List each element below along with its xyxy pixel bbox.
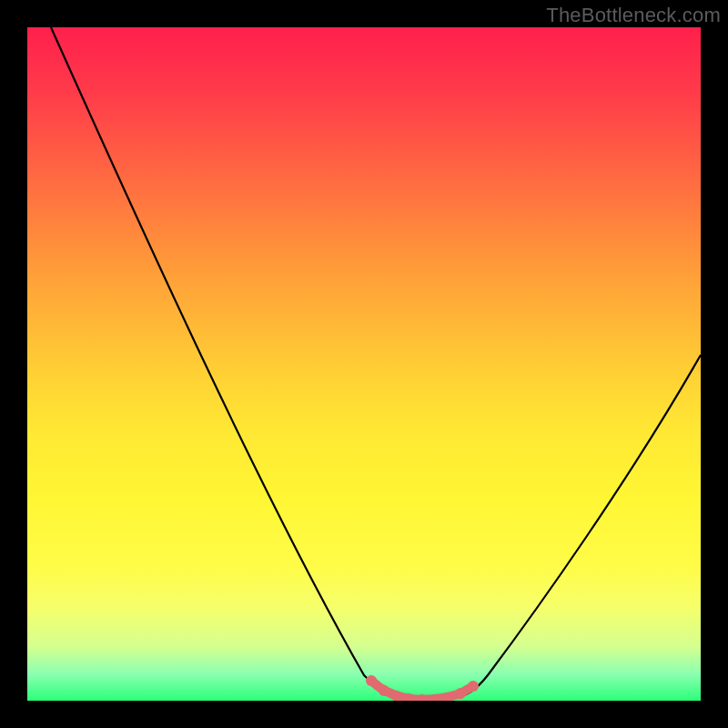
bottom-markers (366, 675, 479, 701)
watermark-text: TheBottleneck.com (546, 4, 721, 27)
plot-area (27, 27, 701, 701)
curve-layer (27, 27, 701, 701)
chart-frame: TheBottleneck.com (0, 0, 728, 728)
bottleneck-curve (51, 27, 701, 699)
